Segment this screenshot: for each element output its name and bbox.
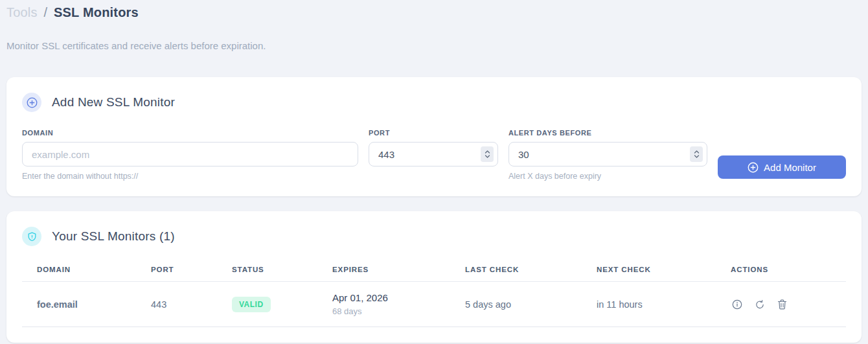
refresh-button[interactable] — [753, 298, 766, 311]
col-actions: ACTIONS — [731, 260, 846, 282]
col-domain: DOMAIN — [22, 260, 151, 282]
shield-icon — [22, 227, 41, 246]
col-expires: EXPIRES — [332, 260, 465, 282]
ssl-monitors-page: Tools / SSL Monitors Monitor SSL certifi… — [0, 0, 868, 344]
add-monitor-form: DOMAIN Enter the domain without https://… — [22, 129, 846, 181]
table-header-row: DOMAIN PORT STATUS EXPIRES LAST CHECK NE… — [22, 260, 846, 282]
add-monitor-button-label: Add Monitor — [764, 162, 816, 173]
plus-circle-icon — [22, 93, 41, 112]
add-monitor-button[interactable]: Add Monitor — [718, 155, 846, 179]
breadcrumb-tools-link[interactable]: Tools — [6, 5, 38, 19]
monitor-expires-cell: Apr 01, 2026 68 days — [332, 282, 465, 327]
domain-field-group: DOMAIN Enter the domain without https:// — [22, 129, 358, 181]
port-field-group: PORT — [369, 129, 498, 181]
page-subtitle: Monitor SSL certificates and receive ale… — [6, 40, 862, 51]
port-label: PORT — [369, 129, 498, 137]
alert-days-helper-text: Alert X days before expiry — [508, 172, 707, 181]
port-input[interactable] — [369, 142, 498, 166]
submit-column: Add Monitor — [718, 129, 846, 181]
info-button[interactable] — [731, 298, 744, 311]
row-actions — [731, 298, 841, 311]
breadcrumb-separator: / — [41, 5, 50, 19]
delete-button[interactable] — [776, 298, 788, 311]
monitor-next-check: in 11 hours — [597, 282, 731, 327]
monitor-port: 443 — [151, 282, 232, 327]
monitors-card-title: Your SSL Monitors (1) — [52, 229, 175, 244]
col-last-check: LAST CHECK — [465, 260, 597, 282]
monitor-last-check: 5 days ago — [465, 282, 597, 327]
refresh-icon — [755, 299, 765, 310]
monitor-status-cell: VALID — [232, 282, 332, 327]
breadcrumb: Tools / SSL Monitors — [6, 5, 862, 20]
expires-date: Apr 01, 2026 — [332, 292, 460, 303]
domain-helper-text: Enter the domain without https:// — [22, 172, 358, 181]
add-monitor-card: Add New SSL Monitor DOMAIN Enter the dom… — [6, 77, 862, 196]
table-row: foe.email 443 VALID Apr 01, 2026 68 days… — [22, 282, 846, 327]
add-card-title: Add New SSL Monitor — [52, 95, 175, 109]
page-title: SSL Monitors — [54, 5, 139, 19]
col-status: STATUS — [232, 260, 332, 282]
col-port: PORT — [151, 260, 232, 282]
trash-icon — [777, 299, 787, 310]
monitors-table: DOMAIN PORT STATUS EXPIRES LAST CHECK NE… — [22, 260, 846, 327]
expires-days-remaining: 68 days — [332, 306, 460, 316]
domain-label: DOMAIN — [22, 129, 358, 137]
port-spinner[interactable] — [481, 146, 494, 162]
domain-input[interactable] — [22, 142, 358, 166]
alert-days-field-group: ALERT DAYS BEFORE Alert X days before ex… — [508, 129, 707, 181]
alert-days-spinner[interactable] — [690, 146, 703, 162]
col-next-check: NEXT CHECK — [597, 260, 731, 282]
alert-days-input[interactable] — [508, 142, 707, 166]
add-card-header: Add New SSL Monitor — [22, 93, 846, 112]
monitor-domain: foe.email — [22, 282, 151, 327]
alert-days-label: ALERT DAYS BEFORE — [508, 129, 707, 137]
monitor-actions-cell — [731, 282, 846, 327]
monitors-card-header: Your SSL Monitors (1) — [22, 227, 846, 246]
monitors-list-card: Your SSL Monitors (1) DOMAIN PORT STATUS… — [6, 211, 862, 343]
plus-circle-icon — [748, 162, 759, 173]
info-icon — [732, 299, 742, 310]
status-badge: VALID — [232, 297, 271, 312]
